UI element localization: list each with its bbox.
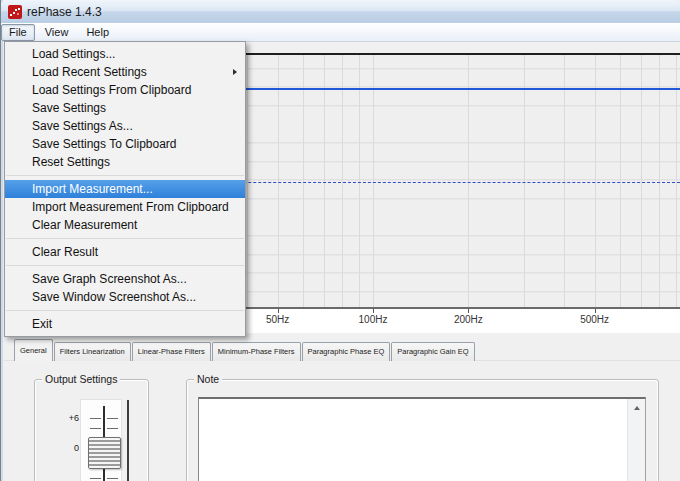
menu-separator [6, 265, 244, 266]
tab-linear-phase-filters[interactable]: Linear-Phase Filters [132, 342, 211, 361]
menu-item-save-settings[interactable]: Save Settings [5, 99, 245, 117]
gridline [359, 55, 360, 307]
menu-item-reset-settings[interactable]: Reset Settings [5, 153, 245, 171]
tab-paragraphic-phase-eq[interactable]: Paragraphic Phase EQ [302, 342, 391, 361]
menu-item-save-graph-screenshot-as[interactable]: Save Graph Screenshot As... [5, 270, 245, 288]
note-scrollbar[interactable] [627, 399, 645, 481]
menubar: File View Help [1, 23, 680, 42]
up-arrow-icon [634, 406, 640, 410]
menu-item-import-measurement[interactable]: Import Measurement... [5, 180, 245, 198]
gridline [620, 55, 621, 307]
note-group: Note [186, 379, 659, 481]
slider-label-zero: 0 [62, 443, 79, 453]
slider-label-plus6: +6 [62, 413, 79, 423]
menu-separator [6, 238, 244, 239]
gridline [247, 55, 248, 307]
note-textarea[interactable] [198, 397, 646, 481]
menu-item-exit[interactable]: Exit [5, 315, 245, 333]
menu-item-clear-measurement[interactable]: Clear Measurement [5, 216, 245, 234]
output-gain-slider [80, 399, 122, 481]
axis-tick [595, 309, 596, 313]
menu-separator [6, 175, 244, 176]
x-axis-label: 500Hz [580, 314, 609, 325]
gridline [676, 55, 677, 307]
slider-scale-line [127, 400, 129, 481]
menubar-item-view[interactable]: View [37, 24, 77, 41]
gridline [278, 55, 279, 307]
menu-item-load-settings[interactable]: Load Settings... [5, 45, 245, 63]
menu-item-clear-result[interactable]: Clear Result [5, 243, 245, 261]
gridline [659, 55, 660, 307]
output-settings-group: Output Settings +6 0 [34, 379, 149, 481]
gridline [564, 55, 565, 307]
output-settings-label: Output Settings [42, 373, 120, 385]
menu-item-save-window-screenshot-as[interactable]: Save Window Screenshot As... [5, 288, 245, 306]
tab-minimum-phase-filters[interactable]: Minimum-Phase Filters [212, 342, 301, 361]
submenu-arrow-icon [233, 69, 237, 75]
menu-item-save-settings-to-clipboard[interactable]: Save Settings To Clipboard [5, 135, 245, 153]
gridline [468, 55, 469, 307]
note-label: Note [194, 373, 222, 385]
tab-paragraphic-gain-eq[interactable]: Paragraphic Gain EQ [391, 342, 474, 361]
slider-thumb[interactable] [88, 437, 121, 469]
gridline [373, 55, 374, 307]
scroll-up-button[interactable] [628, 399, 645, 416]
menu-item-save-settings-as[interactable]: Save Settings As... [5, 117, 245, 135]
file-menu: Load Settings... Load Recent Settings Lo… [4, 41, 246, 337]
menu-item-label: Load Recent Settings [32, 65, 147, 79]
gridline [303, 55, 304, 307]
menubar-item-file[interactable]: File [1, 24, 35, 41]
menu-item-load-recent-settings[interactable]: Load Recent Settings [5, 63, 245, 81]
menubar-item-help[interactable]: Help [78, 24, 117, 41]
x-axis-label: 100Hz [359, 314, 388, 325]
tab-bar: General Filters Linearization Linear-Pha… [14, 339, 476, 361]
gridline [524, 55, 525, 307]
gridline [342, 55, 343, 307]
menu-item-load-settings-from-clipboard[interactable]: Load Settings From Clipboard [5, 81, 245, 99]
tab-general[interactable]: General [14, 339, 53, 361]
tab-filters-linearization[interactable]: Filters Linearization [54, 342, 131, 361]
menu-separator [6, 310, 244, 311]
window-title: rePhase 1.4.3 [27, 5, 102, 19]
gridline [324, 55, 325, 307]
gridline [641, 55, 642, 307]
titlebar[interactable]: rePhase 1.4.3 [1, 0, 680, 24]
axis-tick [278, 309, 279, 313]
gridline [595, 55, 596, 307]
axis-tick [373, 309, 374, 313]
app-window: rePhase 1.4.3 File View Help 50Hz100Hz20… [0, 0, 680, 481]
axis-tick [468, 309, 469, 313]
menu-item-import-measurement-from-clipboard[interactable]: Import Measurement From Clipboard [5, 198, 245, 216]
x-axis-label: 50Hz [266, 314, 289, 325]
app-icon [8, 5, 22, 19]
x-axis-label: 200Hz [454, 314, 483, 325]
